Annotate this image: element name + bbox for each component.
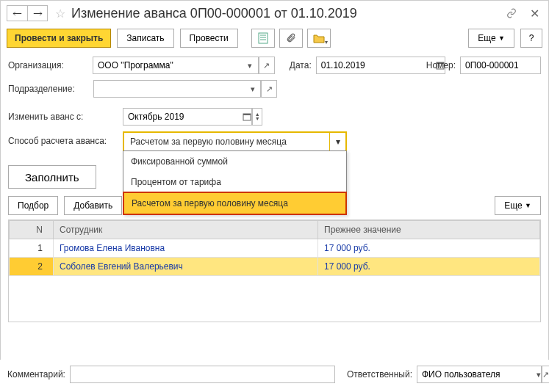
more-button[interactable]: Еще ▼ (468, 29, 514, 48)
org-dropdown-icon[interactable]: ▾ (243, 57, 259, 74)
number-input[interactable] (460, 57, 541, 74)
responsible-dropdown-icon[interactable]: ▾ (537, 366, 542, 383)
dept-open-icon[interactable]: ↗ (261, 80, 277, 98)
period-spinner-icon[interactable]: ▲▼ (252, 108, 262, 126)
date-input[interactable] (316, 57, 436, 74)
link-icon[interactable] (506, 8, 517, 18)
page-title: Изменение аванса 0П00-000001 от 01.10.20… (71, 6, 503, 21)
org-open-icon[interactable]: ↗ (259, 57, 275, 74)
calc-method-dropdown[interactable]: Расчетом за первую половину месяца ▾ Фик… (123, 131, 347, 152)
change-from-input[interactable] (123, 108, 243, 126)
pick-button[interactable]: Подбор (8, 196, 58, 215)
dept-label: Подразделение: (8, 84, 89, 94)
responsible-input[interactable] (417, 366, 537, 383)
dept-dropdown-icon[interactable]: ▾ (245, 80, 261, 98)
org-label: Организация: (8, 60, 88, 70)
table-more-button[interactable]: Еще ▼ (495, 196, 541, 215)
calc-option-fixed[interactable]: Фиксированной суммой (123, 151, 346, 172)
table-row[interactable]: 2 Соболев Евгений Валерьевич 17 000 руб. (10, 258, 540, 276)
svg-rect-0 (259, 33, 268, 43)
svg-rect-7 (243, 114, 251, 115)
col-header-n[interactable]: N (10, 221, 54, 239)
nav-forward-button[interactable]: 🡒 (27, 5, 48, 21)
help-button[interactable]: ? (520, 29, 542, 48)
number-label: Номер: (426, 60, 456, 70)
calc-option-percent[interactable]: Процентом от тарифа (123, 172, 346, 192)
org-input[interactable] (93, 57, 243, 74)
post-button[interactable]: Провести (180, 29, 238, 48)
post-and-close-button[interactable]: Провести и закрыть (7, 29, 111, 48)
dept-input[interactable] (93, 80, 245, 98)
period-calendar-icon[interactable] (243, 108, 252, 126)
save-button[interactable]: Записать (117, 29, 173, 48)
calc-option-half-month[interactable]: Расчетом за первую половину месяца (123, 192, 347, 215)
calc-method-value: Расчетом за первую половину месяца (124, 137, 329, 147)
nav-back-button[interactable]: 🡐 (7, 5, 27, 21)
calc-method-label: Способ расчета аванса: (8, 131, 118, 146)
employees-table: N Сотрудник Прежнее значение 1 Громова Е… (8, 219, 541, 322)
table-row[interactable]: 1 Громова Елена Ивановна 17 000 руб. (10, 239, 540, 258)
date-label: Дата: (290, 60, 312, 70)
calc-method-options-list: Фиксированной суммой Процентом от тарифа… (123, 150, 347, 215)
comment-label: Комментарий: (7, 369, 65, 380)
attachment-icon-button[interactable] (279, 29, 303, 48)
report-icon-button[interactable] (251, 29, 275, 48)
change-from-label: Изменить аванс с: (8, 112, 118, 122)
responsible-label: Ответственный: (347, 369, 412, 380)
responsible-open-icon[interactable]: ↗ (542, 366, 549, 383)
favorite-star-icon[interactable]: ☆ (55, 7, 65, 21)
chevron-down-icon[interactable]: ▾ (329, 133, 345, 150)
folder-icon-button[interactable]: ▾ (307, 29, 331, 48)
close-icon[interactable]: ✕ (527, 7, 542, 21)
fill-button[interactable]: Заполнить (8, 165, 96, 189)
add-button[interactable]: Добавить (64, 196, 122, 215)
comment-input[interactable] (70, 366, 335, 383)
col-header-prev[interactable]: Прежнее значение (318, 221, 540, 239)
col-header-employee[interactable]: Сотрудник (54, 221, 318, 239)
